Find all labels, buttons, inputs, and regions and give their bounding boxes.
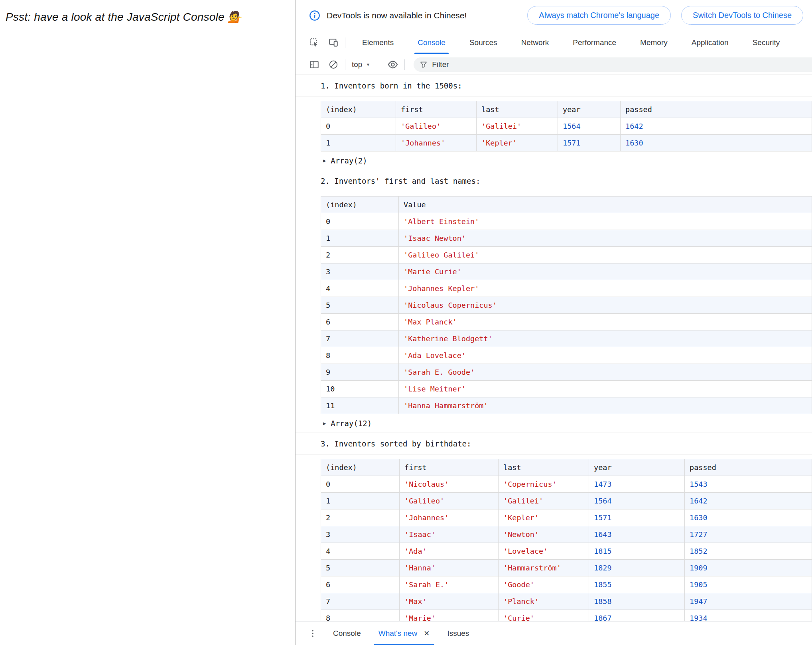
table-cell: 'Galilei' xyxy=(477,118,558,135)
table-cell: 6 xyxy=(321,314,399,330)
table-cell: 8 xyxy=(321,610,400,621)
table-row: 11'Hanna Hammarström' xyxy=(321,397,812,414)
table-cell: 'Marie Curie' xyxy=(399,264,812,280)
table-cell: 'Planck' xyxy=(499,593,589,610)
table-cell: 1815 xyxy=(589,543,685,560)
more-options-kebab-icon[interactable] xyxy=(307,629,319,638)
table-cell: 'Max Planck' xyxy=(399,314,812,330)
table-row: 0'Galileo''Galilei'15641642 xyxy=(321,118,812,135)
console-table-entry: (index)firstlastyearpassed0'Nicolaus''Co… xyxy=(296,459,812,621)
table-cell: 1947 xyxy=(685,593,812,610)
inspect-element-icon[interactable] xyxy=(307,36,321,49)
table-cell: 'Johannes' xyxy=(400,509,499,526)
devtools-tabbar: ElementsConsoleSourcesNetworkPerformance… xyxy=(296,31,812,54)
clear-console-icon[interactable] xyxy=(327,58,340,71)
table-row: 1'Galileo''Galilei'15641642 xyxy=(321,493,812,509)
switch-to-chinese-button[interactable]: Switch DevTools to Chinese xyxy=(681,6,803,25)
console-output: 1. Inventors born in the 1500s:(index)fi… xyxy=(296,75,812,621)
table-cell: 'Hammarström' xyxy=(499,560,589,576)
table-cell: 1 xyxy=(321,135,396,151)
webpage-pane: Psst: have a look at the JavaScript Cons… xyxy=(0,0,296,645)
array-preview[interactable]: ▶Array(12) xyxy=(321,417,812,433)
tab-network[interactable]: Network xyxy=(509,31,561,54)
table-row: 9'Sarah E. Goode' xyxy=(321,364,812,381)
table-cell: 1829 xyxy=(589,560,685,576)
table-cell: 1855 xyxy=(589,576,685,593)
table-row: 8'Marie''Curie'18671934 xyxy=(321,610,812,621)
table-header-cell: (index) xyxy=(321,197,399,213)
table-cell: 'Curie' xyxy=(499,610,589,621)
table-cell: 3 xyxy=(321,264,399,280)
divider xyxy=(404,59,405,70)
tab-elements[interactable]: Elements xyxy=(350,31,406,54)
filter-input[interactable]: Filter xyxy=(414,57,812,72)
table-cell: 'Copernicus' xyxy=(499,476,589,493)
live-expression-eye-icon[interactable] xyxy=(386,58,400,71)
table-cell: 8 xyxy=(321,347,399,364)
table-cell: 6 xyxy=(321,576,400,593)
device-toolbar-icon[interactable] xyxy=(327,36,340,49)
table-cell: 'Galileo Galilei' xyxy=(399,247,812,264)
table-cell: 'Isaac Newton' xyxy=(399,230,812,247)
table-cell: 1564 xyxy=(558,118,621,135)
tab-memory[interactable]: Memory xyxy=(628,31,680,54)
table-cell: 4 xyxy=(321,280,399,297)
table-cell: 'Kepler' xyxy=(477,135,558,151)
filter-label: Filter xyxy=(432,60,449,69)
table-cell: 'Albert Einstein' xyxy=(399,213,812,230)
table-row: 7'Max''Planck'18581947 xyxy=(321,593,812,610)
table-cell: 'Max' xyxy=(400,593,499,610)
table-row: 5'Hanna''Hammarström'18291909 xyxy=(321,560,812,576)
table-header-cell: passed xyxy=(621,101,812,118)
console-table: (index)firstlastyearpassed0'Nicolaus''Co… xyxy=(321,459,812,621)
table-cell: 4 xyxy=(321,543,400,560)
tab-sources[interactable]: Sources xyxy=(457,31,509,54)
table-cell: 1909 xyxy=(685,560,812,576)
array-preview[interactable]: ▶Array(2) xyxy=(321,154,812,170)
table-cell: 1 xyxy=(321,493,400,509)
tab-security[interactable]: Security xyxy=(741,31,792,54)
table-header-cell: passed xyxy=(685,459,812,476)
table-cell: 3 xyxy=(321,526,400,543)
language-infobar: DevTools is now available in Chinese! Al… xyxy=(296,0,812,31)
tab-application[interactable]: Application xyxy=(680,31,741,54)
console-table: (index)firstlastyearpassed0'Galileo''Gal… xyxy=(321,101,812,151)
table-cell: 'Hanna' xyxy=(400,560,499,576)
console-sidebar-icon[interactable] xyxy=(307,58,321,71)
javascript-context-selector[interactable]: top ▼ xyxy=(352,60,370,69)
close-icon[interactable]: ✕ xyxy=(424,629,430,638)
table-header-cell: (index) xyxy=(321,459,400,476)
table-cell: 'Sarah E. Goode' xyxy=(399,364,812,381)
console-table-entry: (index)firstlastyearpassed0'Galileo''Gal… xyxy=(296,101,812,170)
drawer-tab-console[interactable]: Console xyxy=(324,621,370,645)
table-row: 6'Sarah E.''Goode'18551905 xyxy=(321,576,812,593)
table-cell: 'Katherine Blodgett' xyxy=(399,330,812,347)
always-match-language-button[interactable]: Always match Chrome's language xyxy=(527,6,671,25)
table-cell: 1571 xyxy=(558,135,621,151)
table-cell: 5 xyxy=(321,560,400,576)
table-row: 0'Albert Einstein' xyxy=(321,213,812,230)
table-header-cell: last xyxy=(499,459,589,476)
infobar-message: DevTools is now available in Chinese! xyxy=(327,11,467,20)
table-header-cell: last xyxy=(477,101,558,118)
array-preview-label: Array(12) xyxy=(331,419,372,428)
table-cell: 0 xyxy=(321,118,396,135)
drawer-tab-what-s-new[interactable]: What's new✕ xyxy=(370,621,439,645)
table-cell: 1473 xyxy=(589,476,685,493)
tab-performance[interactable]: Performance xyxy=(561,31,628,54)
table-row: 7'Katherine Blodgett' xyxy=(321,330,812,347)
console-message: 1. Inventors born in the 1500s: xyxy=(296,75,812,97)
table-row: 10'Lise Meitner' xyxy=(321,381,812,397)
table-cell: 1852 xyxy=(685,543,812,560)
table-header-cell: year xyxy=(589,459,685,476)
drawer-tab-issues[interactable]: Issues xyxy=(438,621,478,645)
table-cell: 'Goode' xyxy=(499,576,589,593)
context-label: top xyxy=(352,60,362,69)
tab-console[interactable]: Console xyxy=(406,31,457,54)
table-row: 0'Nicolaus''Copernicus'14731543 xyxy=(321,476,812,493)
table-cell: 1571 xyxy=(589,509,685,526)
table-row: 2'Galileo Galilei' xyxy=(321,247,812,264)
table-header-row: (index)firstlastyearpassed xyxy=(321,101,812,118)
filter-funnel-icon xyxy=(419,60,428,69)
table-cell: 10 xyxy=(321,381,399,397)
